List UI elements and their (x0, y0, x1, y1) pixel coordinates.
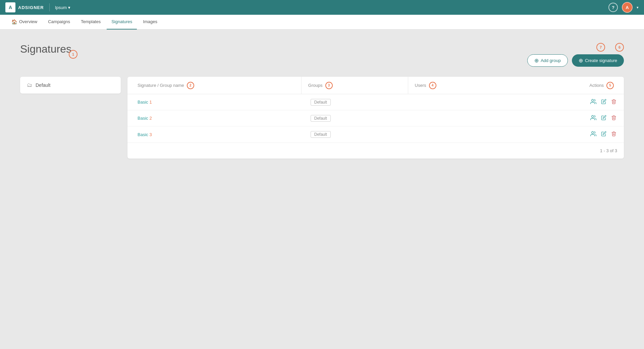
subnav-item-overview[interactable]: 🏠 Overview (7, 15, 42, 30)
td-sig-3: Basic 3 (134, 129, 304, 140)
td-users-2 (412, 115, 552, 122)
svg-point-2 (592, 131, 594, 133)
table-row: Basic 3 Default (127, 126, 624, 142)
group-tag-3: Default (311, 131, 331, 138)
edit-button-1[interactable] (600, 98, 607, 106)
delete-button-3[interactable] (610, 130, 617, 138)
group-tag-2: Default (311, 115, 331, 122)
delete-button-2[interactable] (610, 114, 617, 122)
pagination-text: 1 - 3 of 3 (600, 148, 617, 153)
subnav-label-campaigns: Campaigns (48, 19, 70, 24)
th-users-label: Users (415, 83, 426, 88)
th-signature-name: Signature / Group name 2 (134, 77, 301, 94)
assign-users-button-2[interactable] (590, 114, 597, 123)
org-selector[interactable]: Ipsum ▾ (55, 5, 70, 10)
svg-point-0 (592, 99, 594, 101)
topbar-right: ? A ▾ (608, 2, 639, 13)
td-actions-1 (552, 98, 617, 107)
th-sig-label: Signature / Group name (138, 83, 184, 88)
td-groups-3: Default (304, 128, 412, 141)
home-icon: 🏠 (11, 19, 17, 24)
delete-button-1[interactable] (610, 98, 617, 106)
annotation-row: 7 6 (596, 43, 624, 52)
td-users-3 (412, 131, 552, 138)
table-panel: Signature / Group name 2 Groups 3 Users … (127, 77, 624, 159)
org-name: Ipsum (55, 5, 67, 10)
logo-letter: A (9, 5, 12, 10)
th-groups: Groups 3 (301, 77, 408, 94)
subnav: 🏠 Overview Campaigns Templates Signature… (0, 15, 644, 30)
sig-link-3[interactable]: Basic 3 (138, 132, 152, 137)
annotation-6: 6 (615, 43, 624, 52)
add-group-plus-icon: ⊕ (534, 57, 539, 64)
topbar: A ADSIGNER Ipsum ▾ ? A ▾ (0, 0, 644, 15)
user-chevron-icon: ▾ (637, 5, 639, 10)
page-header: Signatures 1 7 6 ⊕ (20, 43, 624, 67)
table-header: Signature / Group name 2 Groups 3 Users … (127, 77, 624, 94)
th-groups-label: Groups (308, 83, 323, 88)
edit-button-2[interactable] (600, 114, 607, 122)
header-buttons: ⊕ Add group ⊕ Create signature (527, 54, 624, 67)
td-actions-3 (552, 130, 617, 139)
td-groups-2: Default (304, 112, 412, 125)
add-group-label: Add group (541, 58, 561, 63)
ann7-wrap: 7 (596, 43, 605, 52)
subnav-label-overview: Overview (19, 19, 37, 24)
annotation-1: 1 (69, 50, 77, 59)
svg-point-1 (592, 115, 594, 117)
td-sig-1: Basic 1 (134, 96, 304, 108)
ann6-wrap: 6 (615, 43, 624, 52)
topbar-left: A ADSIGNER Ipsum ▾ (5, 2, 70, 12)
help-button[interactable]: ? (608, 3, 618, 12)
subnav-item-images[interactable]: Images (138, 15, 162, 30)
subnav-label-images: Images (143, 19, 157, 24)
subnav-item-campaigns[interactable]: Campaigns (43, 15, 75, 30)
annotation-7: 7 (596, 43, 605, 52)
logo-area: A ADSIGNER (5, 2, 44, 12)
subnav-label-templates: Templates (81, 19, 101, 24)
assign-users-button-3[interactable] (590, 130, 597, 139)
page-title-wrap: Signatures 1 (20, 43, 71, 55)
sig-link-2[interactable]: Basic 2 (138, 116, 152, 121)
annotation-4: 4 (429, 82, 436, 89)
edit-button-3[interactable] (600, 130, 607, 138)
th-actions: Actions 5 (546, 77, 617, 94)
add-group-button[interactable]: ⊕ Add group (527, 54, 568, 67)
create-signature-button[interactable]: ⊕ Create signature (572, 54, 624, 67)
content-layout: 🗂 Default Signature / Group name 2 Group… (20, 77, 624, 159)
header-buttons-area: 7 6 ⊕ Add group ⊕ Create signature (527, 43, 624, 67)
logo-text: ADSIGNER (18, 5, 44, 10)
annotation-3: 3 (325, 82, 333, 89)
table-row: Basic 1 Default (127, 94, 624, 110)
td-actions-2 (552, 114, 617, 123)
annotation-2: 2 (187, 82, 194, 89)
subnav-item-templates[interactable]: Templates (76, 15, 105, 30)
pagination: 1 - 3 of 3 (127, 142, 624, 159)
td-groups-1: Default (304, 96, 412, 109)
create-sig-label: Create signature (585, 58, 617, 63)
table-row: Basic 2 Default (127, 110, 624, 126)
table-body: Basic 1 Default (127, 94, 624, 142)
user-avatar[interactable]: A (622, 2, 633, 13)
assign-users-button-1[interactable] (590, 98, 597, 107)
sidebar: 🗂 Default (20, 77, 121, 159)
group-tag-1: Default (311, 99, 331, 106)
page-title: Signatures (20, 43, 71, 55)
topbar-divider (49, 3, 50, 11)
th-actions-label: Actions (589, 83, 604, 88)
th-users: Users 4 (408, 77, 546, 94)
chevron-down-icon: ▾ (68, 5, 70, 10)
main-content: Signatures 1 7 6 ⊕ (0, 30, 644, 172)
sidebar-group-label: Default (36, 82, 50, 88)
td-users-1 (412, 99, 552, 106)
sig-link-1[interactable]: Basic 1 (138, 100, 152, 105)
folder-icon: 🗂 (27, 82, 32, 88)
create-sig-plus-icon: ⊕ (579, 57, 583, 64)
sidebar-item-default[interactable]: 🗂 Default (20, 77, 121, 94)
logo-box: A (5, 2, 15, 12)
subnav-item-signatures[interactable]: Signatures (107, 15, 137, 30)
subnav-label-signatures: Signatures (111, 19, 132, 24)
td-sig-2: Basic 2 (134, 112, 304, 124)
annotation-5: 5 (606, 82, 614, 89)
